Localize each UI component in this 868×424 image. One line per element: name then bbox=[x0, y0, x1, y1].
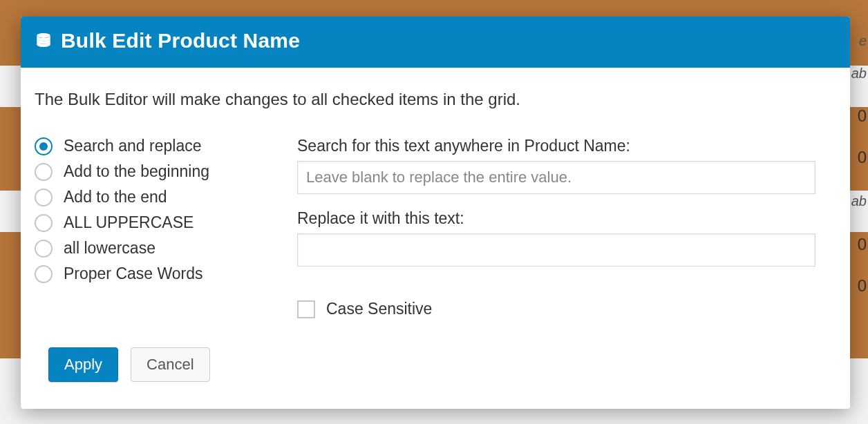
radio-input[interactable] bbox=[35, 189, 53, 206]
radio-label[interactable]: ALL UPPERCASE bbox=[64, 213, 194, 232]
radio-input[interactable] bbox=[35, 265, 53, 283]
replace-field-label: Replace it with this text: bbox=[297, 209, 815, 228]
radio-add-end[interactable]: Add to the end bbox=[35, 188, 270, 206]
radio-input[interactable] bbox=[35, 214, 53, 232]
radio-input[interactable] bbox=[35, 163, 53, 181]
search-text-input[interactable] bbox=[297, 161, 815, 194]
search-field-label: Search for this text anywhere in Product… bbox=[297, 137, 815, 155]
radio-lowercase[interactable]: all lowercase bbox=[35, 239, 270, 258]
radio-uppercase[interactable]: ALL UPPERCASE bbox=[35, 213, 270, 232]
modal-title: Bulk Edit Product Name bbox=[61, 29, 300, 52]
database-icon bbox=[35, 32, 53, 50]
search-field-group: Search for this text anywhere in Product… bbox=[297, 137, 815, 194]
svg-point-0 bbox=[37, 33, 50, 38]
radio-label[interactable]: Add to the beginning bbox=[64, 162, 209, 181]
case-sensitive-label[interactable]: Case Sensitive bbox=[326, 300, 432, 318]
operation-radio-group: Search and replace Add to the beginning … bbox=[35, 137, 270, 318]
cancel-button[interactable]: Cancel bbox=[131, 347, 209, 382]
bg-zero-value: 0 bbox=[858, 106, 867, 126]
case-sensitive-checkbox[interactable] bbox=[297, 300, 315, 318]
bg-truncated-text: e bbox=[859, 33, 867, 49]
modal-intro-text: The Bulk Editor will make changes to all… bbox=[35, 90, 836, 109]
bg-truncated-text: ab bbox=[851, 193, 867, 209]
bg-zero-value: 0 bbox=[858, 276, 867, 296]
bg-truncated-text: ab bbox=[851, 66, 867, 81]
radio-label[interactable]: Search and replace bbox=[64, 137, 201, 155]
radio-label[interactable]: Add to the end bbox=[64, 188, 167, 206]
radio-input[interactable] bbox=[35, 137, 53, 155]
replace-field-group: Replace it with this text: bbox=[297, 209, 815, 267]
apply-button[interactable]: Apply bbox=[48, 347, 118, 382]
replace-text-input[interactable] bbox=[297, 233, 815, 267]
bg-zero-value: 0 bbox=[858, 148, 867, 167]
modal-header: Bulk Edit Product Name bbox=[21, 17, 850, 68]
modal-body: The Bulk Editor will make changes to all… bbox=[21, 68, 850, 396]
bg-zero-value: 0 bbox=[858, 235, 867, 254]
case-sensitive-row[interactable]: Case Sensitive bbox=[297, 300, 815, 318]
radio-add-beginning[interactable]: Add to the beginning bbox=[35, 162, 270, 181]
bulk-edit-modal: Bulk Edit Product Name The Bulk Editor w… bbox=[21, 17, 850, 409]
radio-search-replace[interactable]: Search and replace bbox=[35, 137, 270, 155]
modal-buttons: Apply Cancel bbox=[35, 347, 836, 382]
radio-input[interactable] bbox=[35, 240, 53, 258]
radio-propercase[interactable]: Proper Case Words bbox=[35, 264, 270, 283]
radio-label[interactable]: Proper Case Words bbox=[64, 264, 203, 283]
radio-label[interactable]: all lowercase bbox=[64, 239, 155, 258]
